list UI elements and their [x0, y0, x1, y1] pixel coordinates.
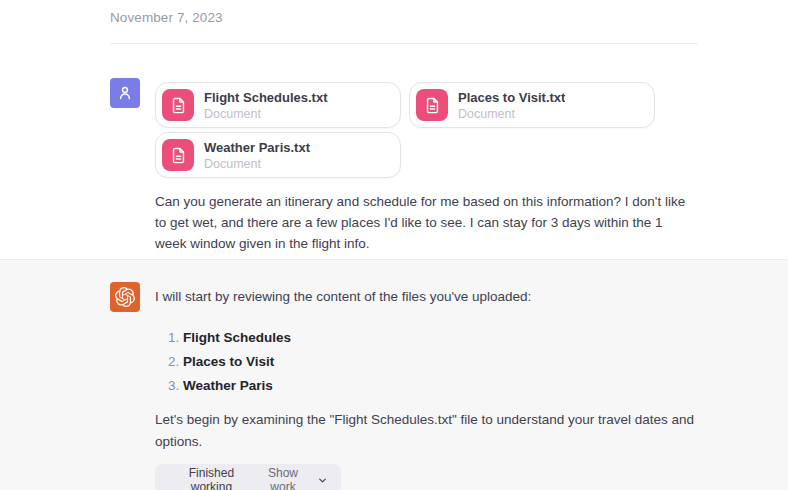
- file-list: Flight Schedules Places to Visit Weather…: [155, 330, 698, 393]
- attachment-type-label: Document: [204, 107, 328, 121]
- document-icon: [162, 139, 194, 171]
- user-avatar: [110, 78, 140, 108]
- openai-logo-icon: [115, 287, 135, 307]
- assistant-intro-text: I will start by reviewing the content of…: [155, 282, 698, 308]
- attachment-type-label: Document: [458, 107, 565, 121]
- show-work-toggle[interactable]: Show work: [255, 466, 328, 490]
- work-status-label: Finished working: [168, 466, 255, 490]
- date-divider: [110, 43, 698, 44]
- user-message-content: Flight Schedules.txt Document Places to …: [155, 78, 698, 254]
- user-message-text: Can you generate an itinerary and schedu…: [155, 191, 695, 254]
- show-work-label: Show work: [255, 466, 311, 490]
- attachment-cards: Flight Schedules.txt Document Places to …: [155, 82, 698, 178]
- attachment-title: Places to Visit.txt: [458, 90, 565, 105]
- file-list-item: Flight Schedules: [183, 330, 698, 345]
- attachment-title: Flight Schedules.txt: [204, 90, 328, 105]
- file-list-item: Weather Paris: [183, 378, 698, 393]
- assistant-paragraph-text: Let's begin by examining the "Flight Sch…: [155, 409, 695, 453]
- assistant-message-content: I will start by reviewing the content of…: [155, 282, 698, 490]
- document-icon: [416, 89, 448, 121]
- chevron-down-icon: [317, 475, 328, 486]
- assistant-message: I will start by reviewing the content of…: [0, 282, 788, 490]
- attachment-card-weather-paris[interactable]: Weather Paris.txt Document: [155, 132, 401, 178]
- file-list-item: Places to Visit: [183, 354, 698, 369]
- assistant-turn-background: I will start by reviewing the content of…: [0, 259, 788, 490]
- show-work-bar[interactable]: Finished working Show work: [155, 464, 341, 490]
- attachment-type-label: Document: [204, 157, 310, 171]
- attachment-title: Weather Paris.txt: [204, 140, 310, 155]
- user-message: Flight Schedules.txt Document Places to …: [0, 78, 788, 254]
- attachment-card-places-to-visit[interactable]: Places to Visit.txt Document: [409, 82, 655, 128]
- conversation-date: November 7, 2023: [110, 10, 698, 25]
- attachment-card-flight-schedules[interactable]: Flight Schedules.txt Document: [155, 82, 401, 128]
- person-icon: [116, 84, 134, 102]
- document-icon: [162, 89, 194, 121]
- assistant-avatar: [110, 282, 140, 312]
